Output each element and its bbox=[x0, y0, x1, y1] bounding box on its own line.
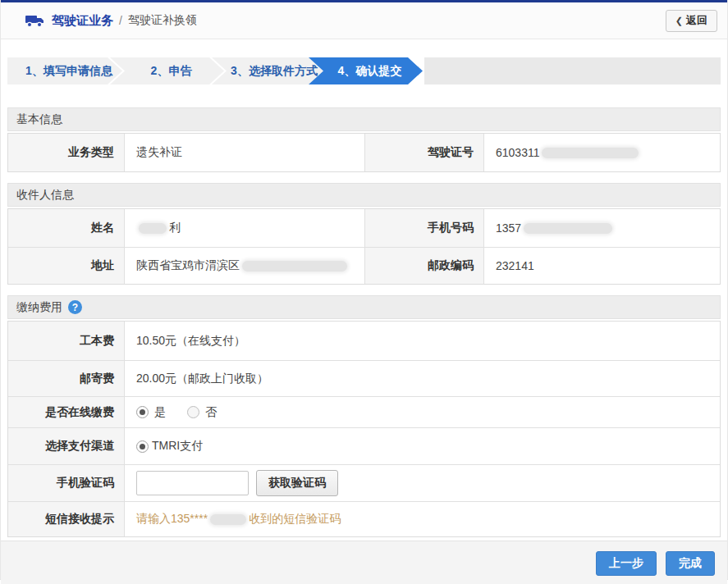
name-value: 利 bbox=[125, 209, 365, 247]
redaction-mask bbox=[210, 514, 246, 525]
phone-value: 1357 bbox=[484, 209, 720, 247]
footer-action-bar: 上一步 完成 bbox=[1, 541, 727, 584]
section-fees-header: 缴纳费用 ? bbox=[7, 295, 721, 319]
table-row: 地址 陕西省宝鸡市渭滨区 邮政编码 232141 bbox=[8, 247, 720, 284]
postage-fee-value: 20.00元（邮政上门收取） bbox=[125, 361, 720, 396]
tab-step-4[interactable]: 4、确认提交 bbox=[309, 57, 423, 84]
table-row: 是否在线缴费 是 否 bbox=[8, 396, 720, 427]
section-basic-info-title: 基本信息 bbox=[16, 112, 62, 127]
chevron-left-icon: ❮ bbox=[675, 16, 683, 26]
production-fee-value: 10.50元（在线支付） bbox=[125, 322, 720, 360]
table-row: 邮寄费 20.00元（邮政上门收取） bbox=[8, 360, 720, 396]
table-row: 姓名 利 手机号码 1357 bbox=[8, 209, 720, 247]
tab-step-1-label: 1、填写申请信息 bbox=[17, 57, 112, 84]
radio-tmri-label: TMRI支付 bbox=[152, 439, 203, 454]
postage-fee-label: 邮寄费 bbox=[8, 361, 125, 396]
section-recipient-info-header: 收件人信息 bbox=[7, 183, 721, 207]
tab-step-4-label: 4、确认提交 bbox=[330, 57, 402, 84]
radio-yes[interactable] bbox=[136, 406, 149, 418]
header: 驾驶证业务 / 驾驶证补换领 ❮ 返回 bbox=[1, 2, 727, 39]
redaction-mask bbox=[139, 223, 167, 234]
business-type-value: 遗失补证 bbox=[125, 134, 365, 171]
recipient-info-table: 姓名 利 手机号码 1357 地址 陕西省宝鸡市渭滨区 邮政编码 232141 bbox=[7, 208, 721, 285]
sms-hint-label: 短信接收提示 bbox=[8, 502, 125, 536]
section-basic-info-header: 基本信息 bbox=[7, 107, 721, 131]
online-pay-label: 是否在线缴费 bbox=[8, 397, 125, 427]
section-recipient-info: 收件人信息 姓名 利 手机号码 1357 地址 陕西省宝鸡市渭滨区 邮政编码 bbox=[7, 183, 721, 285]
table-row: 业务类型 遗失补证 驾驶证号 6103311 bbox=[8, 134, 720, 171]
get-code-button[interactable]: 获取验证码 bbox=[256, 470, 338, 496]
redaction-mask bbox=[542, 148, 639, 158]
business-type-label: 业务类型 bbox=[8, 134, 125, 171]
step-progress-bar: 1、填写申请信息 2、申告 3、选择取件方式 4、确认提交 bbox=[7, 57, 721, 84]
tab-step-3-label: 3、选择取件方式 bbox=[222, 57, 318, 84]
tab-step-2[interactable]: 2、申告 bbox=[110, 57, 224, 84]
sms-code-cell: 获取验证码 bbox=[125, 465, 720, 501]
redaction-mask bbox=[242, 261, 347, 271]
table-row: 手机验证码 获取验证码 bbox=[8, 464, 720, 501]
postcode-value: 232141 bbox=[484, 248, 720, 284]
address-label: 地址 bbox=[8, 248, 125, 284]
breadcrumb-separator: / bbox=[119, 14, 122, 27]
back-button[interactable]: ❮ 返回 bbox=[666, 10, 717, 32]
truck-icon bbox=[25, 13, 45, 28]
postcode-label: 邮政编码 bbox=[365, 248, 484, 284]
license-number-value: 6103311 bbox=[484, 134, 720, 171]
table-row: 工本费 10.50元（在线支付） bbox=[8, 322, 720, 360]
sms-code-input[interactable] bbox=[136, 471, 249, 495]
finish-button[interactable]: 完成 bbox=[666, 551, 715, 576]
table-row: 选择支付渠道 TMRI支付 bbox=[8, 427, 720, 464]
radio-no-label: 否 bbox=[205, 405, 217, 420]
sms-hint-value: 请输入135****收到的短信验证码 bbox=[125, 502, 720, 536]
name-label: 姓名 bbox=[8, 209, 125, 247]
question-mark-icon[interactable]: ? bbox=[68, 300, 82, 314]
radio-tmri[interactable] bbox=[136, 440, 149, 453]
tab-step-2-label: 2、申告 bbox=[143, 57, 192, 84]
phone-label: 手机号码 bbox=[365, 209, 484, 247]
radio-yes-label: 是 bbox=[154, 405, 166, 420]
table-row: 短信接收提示 请输入135****收到的短信验证码 bbox=[8, 501, 720, 536]
pay-channel-label: 选择支付渠道 bbox=[8, 428, 125, 464]
tab-step-1[interactable]: 1、填写申请信息 bbox=[7, 57, 122, 84]
address-value: 陕西省宝鸡市渭滨区 bbox=[125, 248, 365, 284]
online-pay-options: 是 否 bbox=[125, 397, 720, 427]
back-button-label: 返回 bbox=[686, 13, 707, 28]
basic-info-table: 业务类型 遗失补证 驾驶证号 6103311 bbox=[7, 133, 721, 172]
sms-code-label: 手机验证码 bbox=[8, 465, 125, 501]
section-fees: 缴纳费用 ? 工本费 10.50元（在线支付） 邮寄费 20.00元（邮政上门收… bbox=[7, 295, 721, 537]
fees-table: 工本费 10.50元（在线支付） 邮寄费 20.00元（邮政上门收取） 是否在线… bbox=[7, 321, 721, 537]
page-title: 驾驶证业务 bbox=[52, 13, 113, 29]
section-basic-info: 基本信息 业务类型 遗失补证 驾驶证号 6103311 bbox=[7, 107, 721, 172]
license-number-label: 驾驶证号 bbox=[365, 134, 484, 171]
tab-step-3[interactable]: 3、选择取件方式 bbox=[212, 57, 328, 84]
breadcrumb-current: 驾驶证补换领 bbox=[128, 13, 197, 28]
radio-no[interactable] bbox=[187, 406, 199, 418]
prev-step-button[interactable]: 上一步 bbox=[596, 551, 657, 576]
redaction-mask bbox=[524, 223, 612, 234]
section-recipient-info-title: 收件人信息 bbox=[16, 188, 74, 203]
page-container: 驾驶证业务 / 驾驶证补换领 ❮ 返回 1、填写申请信息 2、申告 3、选择取件… bbox=[0, 0, 728, 580]
section-fees-title: 缴纳费用 bbox=[16, 300, 62, 315]
production-fee-label: 工本费 bbox=[8, 322, 125, 360]
pay-channel-options: TMRI支付 bbox=[125, 428, 720, 464]
